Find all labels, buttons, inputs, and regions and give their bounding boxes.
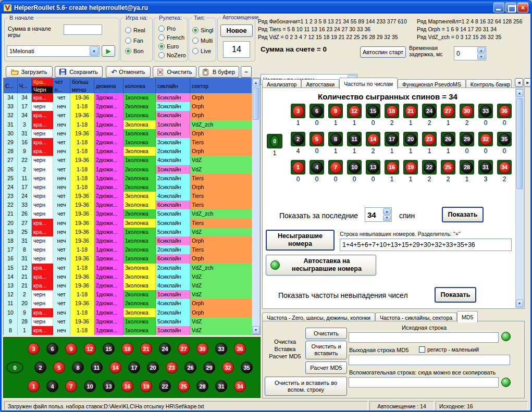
number-pocket[interactable]: 18 [121, 343, 133, 355]
tab-scroll-left-icon[interactable]: ◀ [515, 78, 523, 87]
md5-output-field[interactable] [349, 355, 510, 365]
md5-clear-button[interactable]: Очистить [305, 328, 347, 339]
number-pocket[interactable]: 12 [84, 343, 96, 355]
number-pocket[interactable]: 29 [203, 361, 215, 373]
number-pocket[interactable]: 28 [196, 380, 208, 392]
panel-scrollbar[interactable]: ▲ ▼ [515, 89, 524, 308]
number-pocket[interactable]: 2 [34, 361, 46, 373]
number-pocket[interactable]: 26 [184, 361, 196, 373]
radio-euro[interactable]: Euro [158, 43, 186, 50]
number-pocket[interactable]: 35 [241, 361, 253, 373]
zero-pocket[interactable]: 0 [6, 361, 23, 373]
clear-button[interactable]: Очистить [153, 66, 196, 78]
missed-numbers-button[interactable]: Несыгравшие номера [266, 230, 335, 251]
number-pocket[interactable]: 4 [46, 380, 58, 392]
table-row[interactable]: 3317черннеч1-182дюжи...2колонка3сиклайнO… [4, 102, 260, 111]
chevron-down-icon[interactable]: ▼ [90, 46, 98, 56]
radio-live[interactable]: Live [192, 47, 213, 55]
green-target-icon[interactable] [501, 332, 511, 341]
missed-numbers-field[interactable]: 1+4+5+6+7+10+13+15+29+30+32+33+35+36 [340, 239, 512, 251]
table-row[interactable]: 1321кра...неч19-362дюжи...3колонка4сикла… [4, 281, 260, 290]
number-pocket[interactable]: 33 [215, 343, 227, 355]
scroll-down-icon[interactable]: ▼ [252, 326, 259, 334]
spins-spinner[interactable]: 34 ▲▼ [365, 207, 392, 222]
autobet-missed-button[interactable]: Автоставка на несыгравшие номера [266, 255, 376, 276]
table-row[interactable]: 1512кра...чет1-181дюжи...3колонка2сиклай… [4, 264, 260, 272]
scroll-down-icon[interactable]: ▼ [516, 299, 523, 307]
tab-scroll-right-icon[interactable]: ▶ [524, 78, 532, 87]
number-pocket[interactable]: 3 [28, 343, 40, 355]
table-row[interactable]: 2722чернчет19-362дюжи...1колонка4сиклайн… [4, 156, 260, 165]
number-pocket[interactable]: 32 [222, 361, 234, 373]
tab-number-frequencies[interactable]: Частоты по числам [339, 78, 398, 89]
scrollbar-thumb[interactable] [516, 98, 523, 189]
number-pocket[interactable]: 8 [72, 361, 84, 373]
close-button[interactable]: × [517, 3, 528, 13]
delay-spinner[interactable]: 0 ▲▼ [454, 46, 486, 60]
table-row[interactable]: 1831черннеч19-363дюжи...1колонка6сиклайн… [4, 236, 260, 245]
number-pocket[interactable]: 15 [103, 343, 115, 355]
number-pocket[interactable]: 23 [166, 361, 178, 373]
show-button[interactable]: Показать [442, 207, 484, 222]
number-pocket[interactable]: 17 [128, 361, 140, 373]
table-row[interactable]: 289кра...неч1-181дюжи...3колонка2сиклайн… [4, 147, 260, 156]
table-row[interactable]: 2027кра...неч19-363дюжи...3колонка5сикла… [4, 219, 260, 228]
number-pocket[interactable]: 30 [196, 343, 208, 355]
radio-fan[interactable]: Fan [125, 37, 145, 44]
table-row[interactable]: 313кра...неч1-181дюжи...3колонка1сиклайн… [4, 120, 260, 129]
number-pocket[interactable]: 5 [53, 361, 65, 373]
number-pocket[interactable]: 16 [121, 380, 133, 392]
table-row[interactable]: 262чернчет1-181дюжи...2колонка1сиклайнVd… [4, 165, 260, 174]
number-pocket[interactable]: 34 [234, 380, 246, 392]
radio-real[interactable]: Real [125, 27, 145, 34]
maximize-button[interactable] [505, 3, 516, 13]
table-row[interactable]: 2233черннеч19-363дюжи...3колонка6сиклайн… [4, 201, 260, 209]
undo-button[interactable]: ↶ Отменить [106, 66, 151, 78]
md5-aux-field[interactable] [349, 377, 499, 388]
spin-down-icon[interactable]: ▼ [383, 215, 391, 221]
spin-down-icon[interactable]: ▼ [477, 54, 485, 59]
checkbox-icon[interactable] [419, 346, 425, 353]
start-sum-input[interactable] [64, 24, 102, 35]
load-button[interactable]: Загрузить [6, 66, 53, 78]
number-pocket[interactable]: 22 [159, 380, 171, 392]
number-pocket[interactable]: 24 [159, 343, 171, 355]
number-pocket[interactable]: 19 [140, 380, 152, 392]
table-row[interactable]: 1421кра...неч19-362дюжи...3колонка4сикла… [4, 272, 260, 281]
md5-register-checkbox[interactable]: регистр - маленький [419, 346, 479, 353]
number-pocket[interactable]: 31 [215, 380, 227, 392]
tab-md5[interactable]: MD5 [457, 311, 478, 322]
number-pocket[interactable]: 20 [147, 361, 159, 373]
table-row[interactable]: 1925кра...неч19-363дюжи...1колонка5сикла… [4, 228, 260, 236]
md5-source-field[interactable] [349, 332, 499, 343]
scroll-up-icon[interactable]: ▲ [516, 89, 523, 97]
number-pocket[interactable]: 27 [178, 343, 190, 355]
number-pocket[interactable]: 11 [91, 361, 103, 373]
number-pocket[interactable]: 9 [65, 343, 77, 355]
table-row[interactable]: 1120чернчет19-362дюжи...2колонка4сиклайн… [4, 299, 260, 308]
scroll-up-icon[interactable]: ▲ [252, 79, 259, 86]
preset-combobox[interactable]: 1Melonati ▼ [7, 45, 100, 57]
number-pocket[interactable]: 36 [234, 343, 246, 355]
copy-buffer-button[interactable]: В буфер [199, 66, 239, 78]
table-row[interactable]: 2511черннеч1-181дюжи...2колонка2сиклайнT… [4, 174, 260, 183]
table-row[interactable]: 3434кра...чет19-363дюжи...1колонка6сикла… [4, 93, 260, 102]
radio-singl[interactable]: Singl [192, 27, 213, 34]
spin-up-icon[interactable]: ▲ [477, 47, 485, 53]
table-row[interactable]: 2126чернчет19-363дюжи...2колонка5сиклайн… [4, 209, 260, 218]
table-row[interactable]: 3031черннеч19-363дюжи...1колонка6сиклайн… [4, 129, 260, 138]
scrollbar-thumb[interactable] [253, 88, 259, 120]
save-button[interactable]: Сохранить [55, 66, 103, 78]
autoshift-value[interactable]: 14 [223, 41, 250, 58]
table-row[interactable]: 178чернчет1-181дюжи...2колонка2сиклайнTi… [4, 245, 260, 254]
md5-calc-button[interactable]: Расчет MD5 [305, 361, 347, 374]
md5-clear-paste-aux-button[interactable]: Очистить и вставить во вспом. строку [265, 377, 347, 396]
table-row[interactable]: 1631черннеч19-363дюжи...1колонка6сиклайн… [4, 254, 260, 263]
number-pocket[interactable]: 13 [103, 380, 115, 392]
table-row[interactable]: 2417черннеч1-182дюжи...2колонка3сиклайнO… [4, 183, 260, 192]
minimize-button[interactable] [493, 3, 504, 13]
autospin-start-button[interactable]: Автоспин старт [360, 46, 406, 58]
table-row[interactable]: 81кра...неч1-181дюжи...1колонка1сиклайнV… [4, 326, 260, 335]
new-shift-button[interactable]: Новое [220, 24, 253, 37]
radio-french[interactable]: French [158, 34, 186, 41]
